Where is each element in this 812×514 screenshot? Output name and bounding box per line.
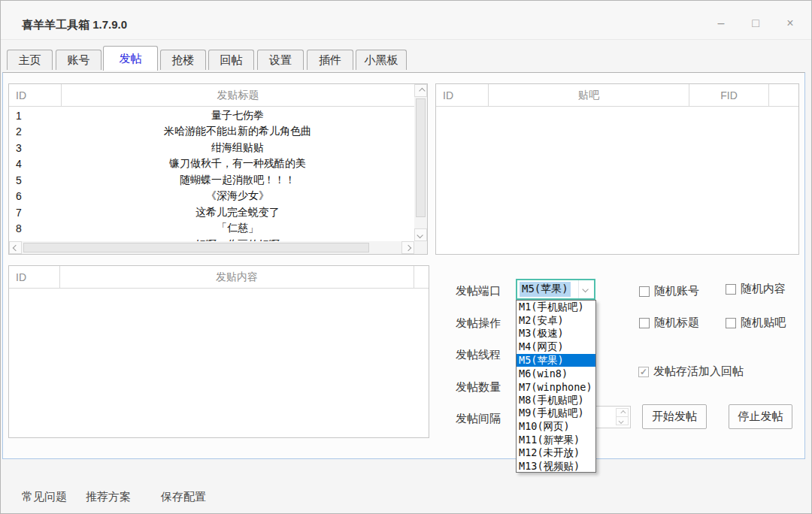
scroll-left-button[interactable]: [9, 241, 22, 254]
table-row[interactable]: 2米哈游能不能出新的希儿角色曲: [9, 124, 414, 141]
checkbox-icon: [639, 286, 650, 297]
dropdown-option[interactable]: M8(手机贴吧): [517, 394, 595, 407]
tab-grabfloor[interactable]: 抢楼: [160, 50, 206, 70]
column-header-id[interactable]: ID: [9, 84, 62, 106]
label-post-action: 发帖操作: [456, 316, 501, 331]
table-row[interactable]: 1量子七伤拳: [9, 107, 414, 124]
dropdown-option[interactable]: M13(视频贴): [517, 460, 595, 473]
window-controls: – □ ×: [706, 13, 805, 34]
combobox-selected-value: M5(苹果): [520, 282, 571, 297]
stop-post-button[interactable]: 停止发帖: [729, 404, 792, 429]
table-row[interactable]: 7这希儿完全蜕变了: [9, 204, 414, 221]
tieba-table: ID 贴吧 FID: [435, 83, 799, 255]
app-window: 喜羊羊工具箱 1.7.9.0 – □ × 主页 账号 发帖 抢楼 回帖 设置 插…: [0, 0, 812, 514]
dropdown-option[interactable]: M7(winphone): [517, 380, 595, 394]
checkmark-icon: ✓: [638, 367, 649, 377]
scroll-up-button[interactable]: [414, 84, 427, 97]
stepper-down-button[interactable]: [616, 416, 629, 425]
tab-strip: 主页 账号 发帖 抢楼 回帖 设置 插件 小黑板: [1, 46, 811, 73]
combobox-dropdown-button[interactable]: [578, 280, 594, 298]
column-header-id[interactable]: ID: [9, 266, 60, 288]
vertical-scroll-thumb[interactable]: [416, 98, 426, 217]
label-post-interval: 发帖间隔: [456, 412, 501, 426]
checkbox-random-title[interactable]: 随机标题: [639, 316, 699, 330]
stepper-buttons: [616, 408, 629, 426]
checkbox-icon: [726, 318, 736, 328]
start-post-button[interactable]: 开始发帖: [642, 404, 707, 429]
chevron-up-icon: [620, 410, 626, 415]
port-dropdown-list: M1(手机贴吧) M2(安卓) M3(极速) M4(网页) M5(苹果) M6(…: [516, 300, 596, 473]
post-title-table-body: 1量子七伤拳 2米哈游能不能出新的希儿角色曲 3绀海组贴贴 4镰刀做秋千，有一种…: [9, 107, 414, 241]
horizontal-scroll-thumb[interactable]: [23, 243, 369, 252]
checkbox-icon: [726, 284, 736, 295]
column-header-id[interactable]: ID: [436, 84, 489, 106]
close-button[interactable]: ×: [775, 13, 805, 34]
dropdown-option[interactable]: M1(手机贴吧): [517, 301, 595, 314]
label-post-thread: 发帖线程: [456, 348, 501, 362]
table-row[interactable]: 5随蝴蝶一起消散吧！！！: [9, 172, 414, 189]
chevron-up-icon: [419, 87, 425, 93]
post-title-table-header: ID 发贴标题: [9, 84, 427, 107]
title-bar: 喜羊羊工具箱 1.7.9.0 – □ ×: [1, 1, 811, 40]
table-row[interactable]: 8「仁慈」: [9, 221, 414, 237]
tab-post[interactable]: 发帖: [103, 46, 158, 71]
chevron-down-icon: [619, 418, 624, 423]
dropdown-option[interactable]: M12(未开放): [517, 447, 595, 461]
dropdown-option[interactable]: M11(新苹果): [517, 434, 595, 447]
faq-button[interactable]: 常见问题: [22, 488, 67, 506]
horizontal-scrollbar[interactable]: [9, 241, 414, 254]
chevron-left-icon: [12, 244, 18, 250]
column-header-fid[interactable]: FID: [689, 84, 769, 106]
dropdown-option[interactable]: M6(win8): [517, 367, 595, 380]
window-title: 喜羊羊工具箱 1.7.9.0: [22, 18, 127, 32]
column-header-empty: [414, 266, 429, 288]
post-port-combobox[interactable]: M5(苹果): [516, 279, 595, 300]
checkbox-icon: [639, 318, 650, 328]
dropdown-option[interactable]: M4(网页): [517, 340, 595, 354]
tab-reply[interactable]: 回帖: [208, 50, 254, 70]
vertical-scrollbar[interactable]: [414, 84, 427, 241]
table-row[interactable]: 3绀海组贴贴: [9, 140, 414, 156]
checkbox-random-account[interactable]: 随机账号: [639, 284, 699, 298]
column-header-tieba[interactable]: 贴吧: [489, 84, 689, 106]
tab-blackboard[interactable]: 小黑板: [356, 50, 407, 70]
post-content-table-header: ID 发贴内容: [9, 266, 429, 289]
checkbox-random-tieba[interactable]: 随机贴吧: [726, 316, 786, 330]
tab-settings[interactable]: 设置: [257, 50, 304, 70]
chevron-down-icon: [582, 286, 588, 292]
dropdown-option[interactable]: M9(手机贴吧): [517, 407, 595, 421]
label-post-port: 发帖端口: [456, 284, 501, 298]
chevron-right-icon: [404, 244, 411, 250]
tab-home[interactable]: 主页: [7, 50, 53, 70]
checkbox-survive-join-reply[interactable]: ✓ 发帖存活加入回帖: [638, 364, 744, 379]
label-post-count: 发帖数量: [456, 380, 501, 395]
maximize-button[interactable]: □: [741, 13, 771, 34]
checkbox-random-content[interactable]: 随机内容: [726, 282, 786, 296]
post-title-table: ID 发贴标题 1量子七伤拳 2米哈游能不能出新的希儿角色曲 3绀海组贴贴 4镰…: [8, 83, 428, 255]
minimize-button[interactable]: –: [706, 13, 736, 34]
dropdown-option[interactable]: M10(网页): [517, 420, 595, 434]
scrollbar-corner: [414, 241, 427, 254]
column-header-post-content[interactable]: 发贴内容: [60, 266, 414, 288]
tab-account[interactable]: 账号: [56, 50, 102, 70]
recommend-button[interactable]: 推荐方案: [86, 488, 131, 506]
dropdown-option[interactable]: M2(安卓): [517, 314, 595, 328]
column-header-empty: [769, 84, 798, 106]
dropdown-option-selected[interactable]: M5(苹果): [517, 354, 595, 367]
scroll-right-button[interactable]: [401, 241, 414, 254]
table-row[interactable]: 6《深海少女》: [9, 189, 414, 205]
column-header-post-title[interactable]: 发贴标题: [62, 84, 414, 106]
dropdown-option[interactable]: M3(极速): [517, 327, 595, 340]
table-row[interactable]: 4镰刀做秋千，有一种残酷的美: [9, 156, 414, 173]
tab-plugins[interactable]: 插件: [307, 50, 353, 70]
scroll-down-button[interactable]: [414, 228, 427, 241]
save-config-button[interactable]: 保存配置: [161, 488, 206, 506]
post-content-table: ID 发贴内容: [8, 265, 429, 438]
chevron-down-icon: [417, 231, 423, 237]
tieba-table-header: ID 贴吧 FID: [436, 84, 798, 107]
